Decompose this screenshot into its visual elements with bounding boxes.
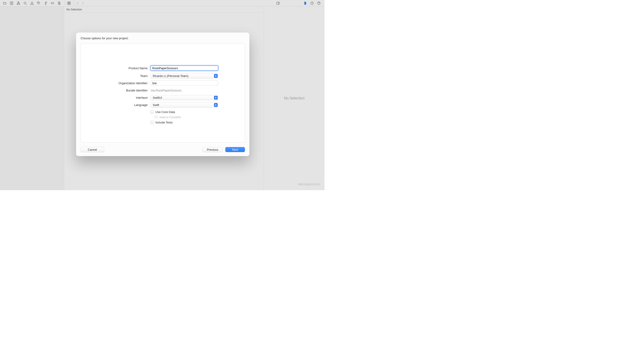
updown-stepper-icon [214,103,218,107]
toolbar [0,0,325,6]
chevron-left-icon[interactable] [76,0,80,6]
host-in-cloudkit-checkbox [155,116,158,119]
pill-icon[interactable] [49,0,55,6]
cancel-button-label: Cancel [88,148,97,151]
org-identifier-input[interactable] [151,81,218,86]
previous-button[interactable]: Previous [202,147,223,152]
modal-title: Choose options for your new project: [80,37,245,40]
svg-rect-11 [68,3,69,4]
svg-rect-13 [277,2,279,4]
svg-rect-1 [18,1,19,2]
history-icon[interactable] [309,0,315,6]
close-box-icon[interactable] [9,0,15,6]
language-popup-value: Swift [153,103,159,107]
outside-below [0,190,620,364]
modal-footer: Cancel Previous Next [80,142,245,152]
svg-point-4 [24,2,26,4]
use-core-data-row: Use Core Data [151,110,181,114]
bundle-identifier-row: Bundle Identifier: lzw.RockPaperScissors [99,88,226,93]
next-button-label: Next [232,148,238,151]
inspector-panel: No Selection [264,6,325,190]
updown-stepper-icon [214,74,218,78]
checkbox-group: Use Core Data Host in CloudKit Include T… [99,110,226,125]
svg-rect-10 [69,2,70,3]
svg-rect-2 [17,4,18,4]
team-row: Team: Ricardo Li (Personal Team) [99,73,226,78]
document-icon[interactable] [56,0,62,6]
warning-icon[interactable] [29,0,35,6]
use-core-data-checkbox[interactable] [151,110,154,113]
inspector-no-selection: No Selection [284,96,305,100]
panel-toggle-icon[interactable] [275,0,281,6]
svg-rect-9 [68,2,69,3]
team-popup-value: Ricardo Li (Personal Team) [153,74,188,78]
svg-point-5 [38,2,38,3]
updown-stepper-icon [214,96,218,100]
host-in-cloudkit-label: Host in CloudKit [159,116,181,119]
watermark: @稀土掘金技术社区 [298,183,320,186]
language-popup[interactable]: Swift [151,102,218,107]
use-core-data-label: Use Core Data [155,110,175,114]
svg-point-7 [46,2,47,2]
chevron-right-icon[interactable] [81,0,85,6]
interface-popup[interactable]: SwiftUI [151,95,218,100]
document-blue-icon[interactable] [302,0,308,6]
team-popup[interactable]: Ricardo Li (Personal Team) [151,73,218,78]
org-identifier-label: Organization Identifier: [99,81,151,85]
svg-rect-8 [51,2,54,4]
interface-row: Interface: SwiftUI [99,95,226,100]
org-identifier-row: Organization Identifier: [99,81,226,86]
product-name-label: Product Name: [99,66,151,70]
toolbar-separator [64,1,65,5]
search-icon[interactable] [22,0,28,6]
include-tests-row: Include Tests [151,120,181,125]
svg-point-6 [46,1,46,2]
next-button[interactable]: Next [225,147,245,152]
form: Product Name: Team: Ricardo Li (Personal… [99,65,226,142]
editor-header: No Selection [64,6,264,13]
new-project-options-sheet: Choose options for your new project: Pro… [76,32,249,156]
toolbar-separator [74,1,75,5]
editor-header-text: No Selection [66,8,82,11]
svg-rect-3 [19,4,20,4]
interface-popup-value: SwiftUI [153,96,162,99]
spray-icon[interactable] [43,0,48,6]
svg-rect-12 [69,3,70,4]
include-tests-label: Include Tests [155,121,173,124]
previous-button-label: Previous [207,148,218,151]
hierarchy-icon[interactable] [16,0,21,6]
host-in-cloudkit-row: Host in CloudKit [151,115,181,119]
help-icon[interactable] [316,0,322,6]
xcode-window: No Selection No Selection Choose options… [0,0,325,190]
include-tests-checkbox[interactable] [151,121,154,124]
cancel-button[interactable]: Cancel [80,147,104,152]
language-label: Language: [99,103,151,107]
product-name-row: Product Name: [99,65,226,71]
interface-label: Interface: [99,96,151,99]
language-row: Language: Swift [99,102,226,107]
tag-icon[interactable] [36,0,42,6]
modal-body: Product Name: Team: Ricardo Li (Personal… [80,44,245,142]
folder-icon[interactable] [2,0,8,6]
bundle-identifier-label: Bundle Identifier: [99,89,151,92]
grid-icon[interactable] [66,0,72,6]
product-name-input[interactable] [151,66,218,71]
team-label: Team: [99,74,151,78]
bundle-identifier-value: lzw.RockPaperScissors [151,89,182,92]
navigator-panel [0,6,64,190]
